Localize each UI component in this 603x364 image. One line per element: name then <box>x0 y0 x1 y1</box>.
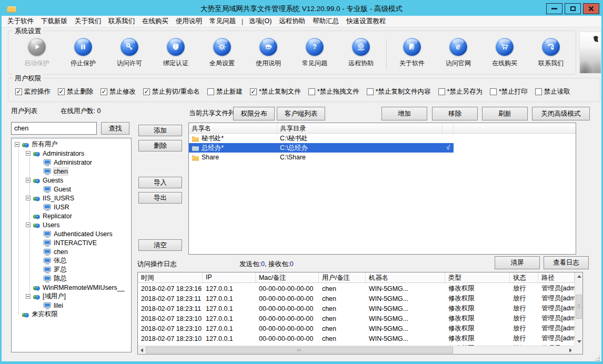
vertical-scroll-thumb[interactable] <box>576 295 582 319</box>
menu-item[interactable]: 快速设置教程 <box>343 16 389 27</box>
permission-checkbox-item[interactable]: 禁止新建 <box>207 87 243 96</box>
menu-item[interactable]: 选项(O) <box>245 16 275 27</box>
menu-item[interactable]: 常见问题 <box>206 16 239 27</box>
checkbox-icon[interactable] <box>207 88 214 95</box>
log-column-header[interactable]: 类型 <box>445 272 510 282</box>
tree-expander-icon[interactable] <box>26 178 31 183</box>
maximize-button[interactable] <box>565 3 581 14</box>
log-column-header[interactable]: Mac/备注 <box>256 272 319 282</box>
log-row[interactable]: 2018-02-07 18:23:16127.0.0.100-00-00-00-… <box>138 284 575 294</box>
menu-item[interactable]: 在线购买 <box>138 16 172 27</box>
log-column-header[interactable]: 时间 <box>138 272 203 282</box>
refresh-button[interactable]: 刷新 <box>482 107 528 120</box>
tree-item[interactable]: 陈总 <box>12 274 131 283</box>
toolbar-item[interactable]: 访问许可 <box>106 38 153 68</box>
checkbox-icon[interactable] <box>367 88 374 95</box>
window-resize-grip[interactable] <box>595 356 600 361</box>
delete-user-button[interactable]: 删除 <box>138 140 182 151</box>
share-column-name[interactable]: 共享名 <box>189 123 277 134</box>
toolbar-item[interactable]: 绑定认证 <box>153 38 199 68</box>
client-list-button[interactable]: 客户端列表 <box>277 107 325 120</box>
permission-checkbox-item[interactable]: *禁止复制文件 <box>250 87 301 96</box>
search-input[interactable] <box>11 122 97 135</box>
toolbar-item[interactable]: e 访问官网 <box>435 38 481 68</box>
log-row[interactable]: 2018-02-07 18:23:11127.0.0.100-00-00-00-… <box>138 294 575 304</box>
tree-item[interactable]: Administrators <box>12 149 131 158</box>
share-column-blank[interactable] <box>443 123 454 134</box>
scroll-left-button[interactable] <box>138 346 146 354</box>
menu-item[interactable]: 联系我们 <box>105 16 138 27</box>
menu-item[interactable]: 下载新版 <box>37 16 71 27</box>
checkbox-icon[interactable] <box>490 88 497 95</box>
tree-item[interactable]: Users <box>12 220 131 229</box>
log-column-header[interactable]: 机器名 <box>366 272 445 282</box>
vertical-scrollbar[interactable] <box>575 272 582 346</box>
view-log-button[interactable]: 查看日志 <box>544 256 589 269</box>
log-column-header[interactable]: 路径 <box>538 272 575 282</box>
checkbox-icon[interactable] <box>308 88 315 95</box>
permission-checkbox-item[interactable]: *禁止复制文件内容 <box>367 87 431 96</box>
import-button[interactable]: 导入 <box>138 177 182 188</box>
minimize-button[interactable] <box>546 3 562 14</box>
checkbox-icon[interactable] <box>250 88 257 95</box>
tree-item[interactable]: 来宾权限 <box>12 310 131 319</box>
tree-expander-icon[interactable] <box>15 142 19 147</box>
toolbar-item[interactable]: 启动保护 <box>14 38 60 68</box>
close-advanced-mode-button[interactable]: 关闭高级模式 <box>532 107 590 120</box>
clear-screen-button[interactable]: 清屏 <box>495 256 540 269</box>
permission-checkbox-item[interactable]: 禁止剪切/重命名 <box>143 87 200 96</box>
toolbar-item[interactable]: 在线购买 <box>481 38 528 68</box>
permission-checkbox-item[interactable]: *禁止打印 <box>490 87 528 96</box>
tree-expander-icon[interactable] <box>26 223 31 227</box>
menu-item[interactable]: 使用说明 <box>172 16 206 27</box>
add-share-button[interactable]: 增加 <box>381 107 427 120</box>
horizontal-scroll-track[interactable] <box>146 346 567 354</box>
tree-item[interactable]: [域用户] <box>12 292 131 301</box>
toolbar-item[interactable]: 联系我们 <box>528 38 574 68</box>
tree-expander-icon[interactable] <box>26 151 31 156</box>
tree-item[interactable]: chen <box>12 167 131 176</box>
tree-item[interactable]: INTERACTIVE <box>12 238 131 247</box>
permission-distribution-button[interactable]: 权限分布 <box>233 107 275 120</box>
share-row[interactable]: Share C:\Share <box>189 153 576 162</box>
tree-item[interactable]: 所有用户 <box>12 140 131 149</box>
permission-checkbox-item[interactable]: 禁止读取 <box>535 87 570 96</box>
tree-item[interactable]: Replicator <box>12 211 131 220</box>
log-column-header[interactable]: IP <box>203 272 256 282</box>
side-banner-image[interactable] <box>579 32 601 74</box>
tree-item[interactable]: IIS_IUSRS <box>12 194 131 203</box>
tree-expander-icon[interactable] <box>26 294 31 299</box>
scroll-down-button[interactable] <box>575 338 583 346</box>
checkbox-icon[interactable] <box>58 88 65 95</box>
scroll-right-button[interactable] <box>567 346 575 354</box>
log-column-header[interactable]: 用户/备注 <box>319 272 366 282</box>
checkbox-icon[interactable] <box>438 88 445 95</box>
toolbar-item[interactable]: 停止保护 <box>60 38 106 68</box>
tree-item[interactable]: 罗总 <box>12 265 131 274</box>
scroll-up-button[interactable] <box>575 272 583 280</box>
tree-item[interactable]: 张总 <box>12 256 131 265</box>
permission-checkbox-item[interactable]: *禁止拖拽文件 <box>308 87 359 96</box>
export-button[interactable]: 导出 <box>138 192 182 204</box>
toolbar-item[interactable]: 关于软件 <box>389 38 435 68</box>
permission-checkbox-item[interactable]: 禁止修改 <box>100 87 136 96</box>
share-column-dir[interactable]: 共享目录 <box>277 123 443 134</box>
add-user-button[interactable]: 添加 <box>138 125 182 136</box>
permission-checkbox-item[interactable]: *禁止另存为 <box>438 87 483 96</box>
menu-item[interactable]: 远程协助 <box>275 16 309 27</box>
log-column-header[interactable]: 状态 <box>510 272 538 282</box>
menu-item[interactable]: 帮助汇总 <box>309 16 343 27</box>
menu-item[interactable]: 关于我们 <box>71 16 105 27</box>
log-row[interactable]: 2018-02-07 18:23:11127.0.0.100-00-00-00-… <box>138 304 575 314</box>
permission-checkbox-item[interactable]: 禁止删除 <box>58 87 93 96</box>
tree-item[interactable]: Authenticated Users <box>12 229 131 238</box>
checkbox-icon[interactable] <box>15 88 22 95</box>
permission-checkbox-item[interactable]: 监控操作 <box>15 87 51 96</box>
tree-expander-icon[interactable] <box>26 196 31 200</box>
tree-item[interactable]: IUSR <box>12 203 131 211</box>
horizontal-scrollbar[interactable] <box>138 346 575 354</box>
checkbox-icon[interactable] <box>100 88 107 95</box>
checkbox-icon[interactable] <box>143 88 150 95</box>
tree-item[interactable]: Guest <box>12 185 131 194</box>
horizontal-scroll-thumb[interactable] <box>146 347 453 353</box>
